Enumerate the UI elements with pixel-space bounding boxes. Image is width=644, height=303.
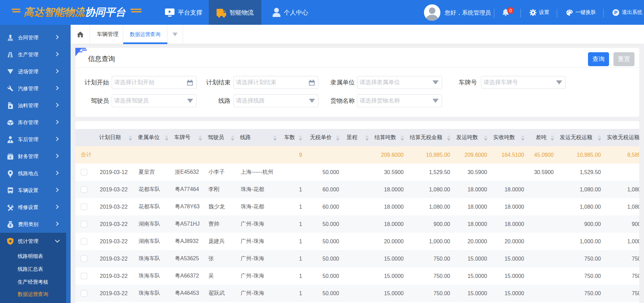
svg-text:¥: ¥	[10, 155, 12, 159]
svg-text:¥: ¥	[10, 224, 12, 227]
svg-text:P: P	[614, 10, 617, 15]
